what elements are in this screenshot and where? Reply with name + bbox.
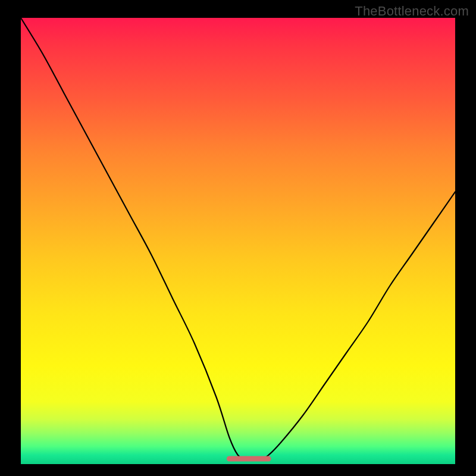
bottleneck-curve-path — [21, 18, 455, 460]
plot-area — [21, 18, 455, 464]
watermark-text: TheBottleneck.com — [355, 4, 469, 19]
bottleneck-curve-svg — [21, 18, 455, 464]
chart-frame: TheBottleneck.com — [0, 0, 476, 476]
